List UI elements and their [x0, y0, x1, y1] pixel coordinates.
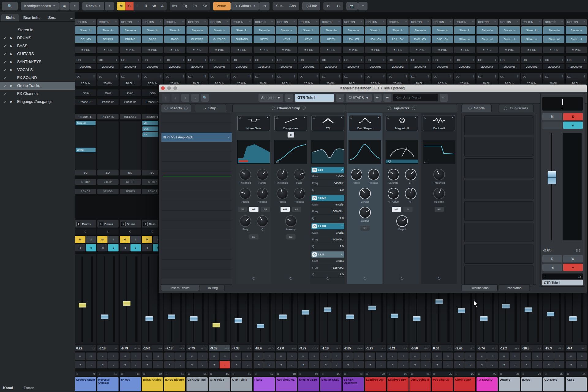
monitor-button-small[interactable]: ◀ — [454, 361, 465, 368]
makeup-knob[interactable] — [285, 215, 297, 227]
fader-value[interactable]: -2.85 — [543, 248, 551, 252]
gain-cell[interactable]: Gain — [75, 89, 96, 96]
module-bypass-icon[interactable]: ↻ — [236, 276, 271, 281]
input-routing-cell[interactable]: Stereo In — [320, 26, 341, 34]
tab-destinations[interactable]: Destinations — [462, 285, 498, 291]
pre-gain-cell[interactable]: ≋PRE — [477, 47, 498, 53]
channel-name-label[interactable]: LeadVoc Dry — [387, 377, 409, 391]
record-button-small[interactable]: ● — [130, 361, 141, 368]
lowcut-freq-value[interactable]: 20.0Hz — [97, 80, 119, 86]
expand-arrow-icon[interactable]: ▶ — [10, 60, 17, 63]
output-routing-cell[interactable]: Stere...ut — [521, 36, 542, 43]
channel-name-label[interactable]: GTR Tele I — [209, 377, 230, 391]
solo-button-small[interactable]: S — [86, 352, 96, 360]
module-bypass-icon[interactable]: ↻ — [310, 276, 345, 281]
highcut-cell[interactable]: HC‖ — [254, 56, 275, 63]
power-icon[interactable]: ⏻ — [350, 116, 352, 119]
fader-handle[interactable] — [301, 310, 309, 315]
highcut-cell[interactable]: HC‖ — [142, 56, 163, 63]
routing-rack-header[interactable]: ROUTIN◠ — [387, 19, 409, 25]
monitor-button-small[interactable]: ◀ — [120, 361, 130, 368]
lowcut-cell[interactable]: LC‖ — [543, 73, 564, 80]
redo-icon[interactable]: ↻ — [333, 2, 343, 10]
insert-slot[interactable] — [161, 201, 232, 211]
pre-gain-cell[interactable]: ≋PRE — [499, 47, 520, 53]
routing-rack-header[interactable]: ROUTIN◠ — [276, 19, 297, 25]
expand-arrow-icon[interactable]: ▶ — [10, 84, 17, 87]
pre-gain-cell[interactable]: ≋PRE — [409, 47, 431, 53]
solo-button-small[interactable]: S — [108, 352, 119, 360]
channel-name-label[interactable]: Reverse Cymbal — [97, 377, 119, 391]
highcut-freq-value[interactable]: 20000Hz — [320, 64, 341, 69]
sync-icon[interactable]: ⟲ — [259, 2, 269, 10]
level-value-cell[interactable]: -6.21-13.4 — [387, 345, 409, 351]
lowcut-cell[interactable]: LC‖ — [499, 73, 520, 80]
insert-slot[interactable] — [161, 211, 232, 221]
band-gain-row[interactable]: Gain2.0dB — [311, 173, 344, 180]
solo-button-small[interactable]: S — [242, 352, 252, 360]
band-gain-row[interactable]: Gain-6.0dB — [311, 201, 344, 208]
lowcut-cell[interactable]: LC‖ — [387, 73, 409, 80]
monitor-button[interactable]: ◀ — [542, 264, 562, 271]
record-button-small[interactable]: ● — [86, 361, 96, 368]
insert-slot[interactable] — [161, 172, 232, 181]
toolbar-ins-button[interactable]: Ins — [170, 2, 180, 10]
routing-rack-header[interactable]: ROUTIN◠ — [231, 19, 252, 25]
insert-slot[interactable]: ▤⏻VST Amp Rack▼ — [161, 133, 232, 142]
sidebar-track-stereo-in[interactable]: Stereo In — [0, 26, 75, 34]
record-enable-button[interactable]: ● — [563, 264, 583, 271]
channel-name-field[interactable]: GTR Tele I — [295, 94, 334, 102]
chevron-down-icon[interactable]: ▼ — [415, 116, 417, 119]
bottom-tab-kanal[interactable]: Kanal — [3, 386, 13, 390]
level-value-cell[interactable]: -12.0-8.8 — [276, 345, 297, 351]
toolbar-sd-button[interactable]: Sd — [200, 2, 210, 10]
am-button[interactable]: AM — [281, 207, 290, 212]
monitor-button-small[interactable]: ◀ — [142, 361, 152, 368]
pre-gain-cell[interactable]: ≋PRE — [120, 47, 141, 53]
send-slot[interactable] — [464, 180, 533, 199]
routing-rack-header[interactable]: ROUTIN◠ — [97, 19, 119, 25]
monitor-button-small[interactable]: ◀ — [298, 361, 308, 368]
pre-gain-cell[interactable]: ≋PRE — [254, 47, 275, 53]
solo-button-small[interactable]: S — [443, 352, 453, 360]
highcut-cell[interactable]: HC‖ — [477, 56, 498, 63]
sends-rack-header[interactable]: SENDS — [97, 189, 119, 194]
sc-button[interactable]: SC — [360, 226, 370, 231]
sc-button[interactable]: SC — [286, 234, 296, 239]
output-routing-cell[interactable]: BASS — [164, 36, 185, 43]
pre-gain-cell[interactable]: ≋PRE — [432, 47, 453, 53]
input-routing-cell[interactable]: Stereo In — [343, 26, 364, 34]
lowcut-cell[interactable]: LC‖ — [276, 73, 297, 80]
channel-name-label[interactable]: SYNTH Oberheim — [343, 377, 364, 391]
output-knob[interactable] — [396, 215, 408, 227]
input-routing-cell[interactable]: Stereo In — [75, 26, 96, 34]
insert-slot[interactable] — [161, 123, 232, 133]
threshold-knob[interactable] — [277, 169, 288, 180]
record-button-small[interactable]: ● — [242, 361, 252, 368]
drag-handle-icon[interactable]: ▤ — [163, 136, 166, 139]
record-button-small[interactable]: ● — [420, 361, 431, 368]
mute-button[interactable]: M — [542, 113, 562, 120]
af-button[interactable]: AF — [249, 207, 258, 212]
highcut-cell[interactable]: HC‖ — [187, 56, 208, 63]
mute-button-small[interactable]: M — [543, 352, 554, 360]
power-icon[interactable]: ⏻ — [239, 116, 241, 119]
ar-button[interactable]: AR — [292, 207, 301, 212]
lowcut-cell[interactable]: LC‖ — [454, 73, 475, 80]
pre-gain-cell[interactable]: ≋PRE — [75, 47, 96, 53]
highcut-freq-value[interactable]: 20000Hz — [566, 64, 587, 69]
link-group-dropdown[interactable]: 3. Guitars▼ — [231, 2, 259, 10]
monitor-button-small[interactable]: ◀ — [521, 361, 532, 368]
inserts-rack-header[interactable]: INSERTS — [120, 114, 141, 119]
record-button-small[interactable]: ● — [376, 361, 386, 368]
chevron-down-icon[interactable]: ▼ — [303, 116, 306, 119]
mute-button-small[interactable]: M — [566, 352, 576, 360]
fader-handle[interactable] — [234, 318, 242, 323]
tab-edit[interactable]: Bearbeit. — [19, 14, 44, 21]
mute-button[interactable]: M — [120, 236, 130, 243]
routing-rack-header[interactable]: ROUTIN◠ — [187, 19, 208, 25]
highcut-cell[interactable]: HC‖ — [276, 56, 297, 63]
input-routing-dropdown[interactable]: Stereo In▼ — [258, 94, 283, 102]
channel-name-label[interactable]: GTR Tele I — [542, 280, 583, 285]
band-freq-row[interactable]: Freq6400Hz — [311, 180, 344, 187]
